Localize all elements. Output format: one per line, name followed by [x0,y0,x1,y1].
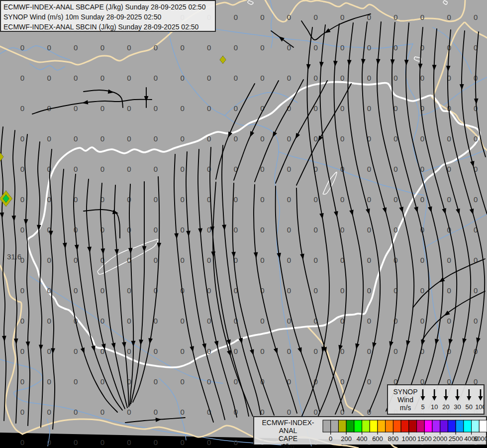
sbcin-value-label: 0 [100,438,104,447]
sbcin-value-label: 0 [74,134,78,143]
cape-color-cell [386,420,393,432]
sbcin-value-label: 0 [447,195,451,204]
sbcin-value-label: 0 [340,13,344,21]
sbcin-value-label: 0 [420,74,424,82]
sbcin-value-label: 0 [154,165,158,173]
wind-speed-arrowhead-icon [432,396,437,401]
cape-tick-label: 6000 [474,435,487,443]
cape-color-cell [409,420,417,432]
sbcin-value-label: 0 [234,195,238,204]
sbcin-value-label: 0 [420,195,424,204]
sbcin-value-label: 0 [367,256,371,264]
cape-color-cell [378,420,386,432]
sbcin-value-label: 0 [313,13,317,21]
sbcin-value-label: 0 [393,43,397,52]
cape-color-cell [440,420,448,432]
sbcin-value-label: 0 [127,225,131,234]
sbcin-value-label: 0 [154,347,158,355]
sbcin-value-label: 0 [367,225,371,234]
sbcin-value-label: 0 [287,165,291,173]
sbcin-value-label: 0 [340,134,344,143]
sbcin-value-label: 0 [74,286,78,295]
sbcin-value-label: 0 [154,74,158,82]
sbcin-value-label: 0 [127,165,131,173]
sbcin-value-label: 0 [313,74,317,82]
sbcin-value-label: 0 [420,317,424,325]
sbcin-value-label: 0 [287,195,291,204]
sbcin-value-label: 0 [74,408,78,416]
synop-arrow-scale: 510203050100 [418,385,485,414]
sbcin-value-label: 0 [234,225,238,234]
synop-legend-title-line: m/s [391,404,420,412]
sbcin-value-label: 0 [154,43,158,52]
cape-legend-title-line: CAPE [257,435,319,443]
wind-speed-label: 20 [442,403,449,411]
sbcin-value-label: 0 [47,347,51,355]
wind-speed-label: 30 [454,403,461,411]
sbcin-value-label: 0 [207,317,211,325]
sbcin-value-label: 0 [207,377,211,386]
sbcin-value-label: 0 [100,377,104,386]
sbcin-value-label: 0 [47,256,51,264]
cape-color-cell [401,420,409,432]
sbcin-value-label: 0 [100,43,104,52]
sbcin-value-label: 0 [20,195,24,204]
sbcin-value-label: 0 [127,438,131,447]
sbcin-value-label: 0 [474,13,478,21]
sbcin-value-label: 0 [260,195,264,204]
sbcin-value-label: 0 [180,134,184,143]
sbcin-value-label: 0 [340,377,344,386]
sbcin-value-label: 0 [234,13,238,21]
sbcin-value-label: 0 [340,195,344,204]
sbcin-value-label: 0 [20,43,24,52]
sbcin-value-label: 0 [367,377,371,386]
sbcin-value-label: 0 [260,43,264,52]
sbcin-value-label: 0 [393,134,397,143]
sbcin-value-label: 0 [127,43,131,52]
sbcin-value-label: 0 [20,134,24,143]
sbcin-value-label: 0 [180,104,184,112]
cape-tick-label: 400 [357,435,368,443]
sbcin-value-label: 0 [47,408,51,416]
sbcin-value-label: 0 [154,408,158,416]
map-canvas: 0000000000000000000000000000000000000000… [0,0,487,448]
sbcin-value-label: 0 [154,225,158,234]
sbcin-value-label: 0 [127,347,131,355]
sbcin-value-label: 0 [74,256,78,264]
cape-tick-label: 2000 [433,435,447,443]
sbcin-value-label: 0 [47,74,51,82]
sbcin-value-label: 0 [180,43,184,52]
sbcin-value-label: 0 [154,317,158,325]
sbcin-value-label: 0 [100,165,104,173]
sbcin-value-label: 0 [474,317,478,325]
sbcin-value-label: 0 [367,43,371,52]
sbcin-value-label: 0 [260,134,264,143]
cape-color-cell [448,420,456,432]
sbcin-value-label: 0 [20,104,24,112]
sbcin-value-label: 0 [367,195,371,204]
cape-tick-label: 200 [341,435,352,443]
sbcin-value-label: 0 [74,165,78,173]
sbcin-value-label: 0 [234,104,238,112]
sbcin-value-label: 0 [287,286,291,295]
cape-color-cell [338,420,346,432]
sbcin-value-label: 0 [287,225,291,234]
wind-speed-label: 10 [431,403,438,411]
sbcin-value-label: 0 [420,256,424,264]
title-line-sbcin: ECMWF-INDEX-ANAL SBCIN (J/kg) Sunday 28-… [3,22,215,32]
sbcin-value-label: 0 [207,104,211,112]
sbcin-value-label: 0 [20,377,24,386]
sbcin-value-label: 0 [20,165,24,173]
cape-tick-label: 800 [388,435,399,443]
sbcin-value-label: 0 [287,74,291,82]
sbcin-value-label: 0 [20,286,24,295]
cape-colorbar-legend: ECMWF-INDEX-ANAL CAPE J/kg 0200400600800… [253,416,487,445]
sbcin-value-label: 0 [313,134,317,143]
sbcin-value-label: 0 [287,13,291,21]
cape-color-cell [456,420,464,432]
synop-legend-title: SYNOP Wind m/s [391,388,420,412]
sbcin-value-label: 0 [20,347,24,355]
weather-map-screenshot: 0000000000000000000000000000000000000000… [0,0,487,448]
cape-legend-title-line: J/kg [257,443,319,448]
sbcin-value-label: 0 [367,347,371,355]
